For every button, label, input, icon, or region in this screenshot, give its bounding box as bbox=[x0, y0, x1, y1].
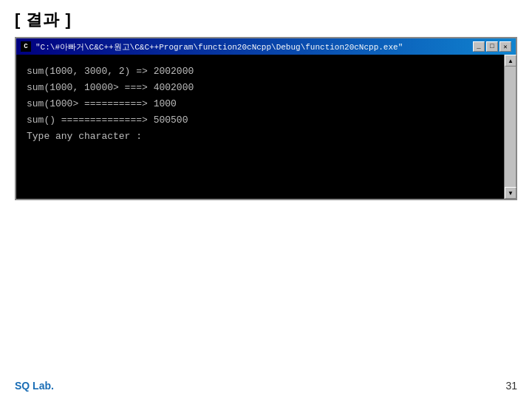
titlebar-text: "C:\#아빠거\C&C++원고\C&C++Program\function20… bbox=[35, 41, 403, 52]
terminal-line: sum(1000, 3000, 2) => 2002000 bbox=[27, 64, 494, 80]
terminal-line: sum() ==============> 500500 bbox=[27, 112, 494, 129]
titlebar-left: C "C:\#아빠거\C&C++원고\C&C++Program\function… bbox=[21, 41, 403, 52]
terminal-output: sum(1000, 3000, 2) => 2002000sum(1000, 1… bbox=[16, 55, 504, 199]
page-number: 31 bbox=[505, 380, 517, 392]
window-titlebar: C "C:\#아빠거\C&C++원고\C&C++Program\function… bbox=[16, 38, 516, 55]
maximize-button[interactable]: □ bbox=[486, 41, 498, 52]
window-body: sum(1000, 3000, 2) => 2002000sum(1000, 1… bbox=[16, 55, 516, 199]
terminal-line: sum(1000, 10000> ===> 4002000 bbox=[27, 80, 494, 96]
terminal-icon: C bbox=[21, 41, 31, 52]
lab-label: SQ Lab. bbox=[15, 380, 54, 392]
scrollbar[interactable]: ▲ ▼ bbox=[504, 55, 516, 199]
scroll-down-button[interactable]: ▼ bbox=[505, 187, 516, 199]
terminal-line: Type any character : bbox=[27, 129, 494, 145]
page-title: [ 결과 ] bbox=[0, 0, 532, 37]
close-button[interactable]: ✕ bbox=[499, 41, 511, 52]
footer: SQ Lab. 31 bbox=[15, 380, 517, 392]
scroll-up-button[interactable]: ▲ bbox=[505, 55, 516, 66]
minimize-button[interactable]: _ bbox=[473, 41, 485, 52]
terminal-line: sum(1000> ==========> 1000 bbox=[27, 96, 494, 112]
scroll-track[interactable] bbox=[505, 66, 516, 187]
terminal-window: C "C:\#아빠거\C&C++원고\C&C++Program\function… bbox=[15, 37, 517, 200]
titlebar-buttons: _ □ ✕ bbox=[473, 41, 511, 52]
